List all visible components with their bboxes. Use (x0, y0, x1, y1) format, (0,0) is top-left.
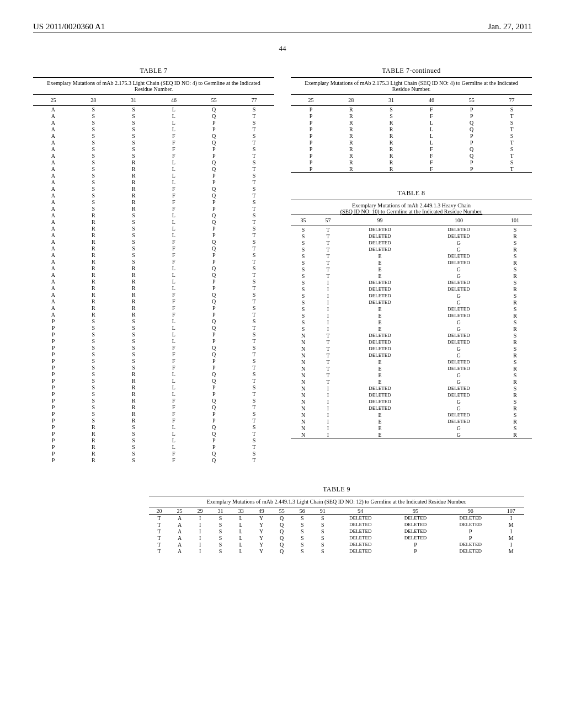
table-cell: S (73, 351, 114, 357)
table-row: NTDELETEDGS (291, 345, 532, 352)
table-row: PRRLQT (291, 126, 532, 132)
table-cell: F (153, 251, 194, 258)
table-cell: S (371, 106, 412, 113)
table-cell: DELETED (419, 358, 498, 365)
table-cell: DELETED (340, 299, 419, 306)
table-cell: P (33, 351, 73, 357)
column-header: 91 (312, 507, 333, 515)
table-row: TAISLYQSSDELETEDPDELETEDM (149, 548, 524, 554)
table-cell: R (114, 371, 154, 377)
table-row: PSSFQT (33, 351, 274, 357)
table-cell: T (149, 528, 169, 534)
patent-date: Jan. 27, 2011 (488, 22, 532, 31)
table-cell: G (419, 292, 498, 299)
table-cell: T (234, 258, 274, 265)
table-cell: S (234, 159, 274, 165)
table-cell: R (114, 192, 154, 199)
table-cell: S (292, 515, 312, 522)
table-cell: M (498, 548, 524, 554)
table-cell: S (114, 437, 154, 443)
table-cell: R (498, 418, 532, 425)
table-cell: Q (194, 106, 234, 113)
table-cell: T (234, 338, 274, 344)
table-cell: DELETED (419, 339, 498, 345)
table-cell: DELETED (419, 332, 498, 339)
table-cell: S (498, 425, 532, 431)
table-cell: DELETED (340, 246, 419, 253)
table-cell: I (498, 515, 524, 522)
table-row: NIDELETEDDELETEDS (291, 385, 532, 392)
table-cell: T (234, 139, 274, 146)
table-row: NTDELETEDDELETEDR (291, 339, 532, 345)
table-row: SIEGR (291, 325, 532, 332)
table-row: NTEGS (291, 372, 532, 378)
table-cell: S (114, 106, 154, 113)
table-cell: S (234, 371, 274, 377)
table-cell: L (153, 338, 194, 344)
table-row: STDELETEDDELETEDR (291, 233, 532, 239)
table-row: ARRLPT (33, 285, 274, 291)
table-cell: P (451, 113, 492, 119)
table-row: PSSFQS (33, 344, 274, 351)
table-7-data: 252831465577 ASSLQSASSLQTASSLPSASSLPTASS… (33, 95, 274, 463)
table-cell: F (153, 364, 194, 371)
table-cell: A (33, 172, 73, 179)
table-row: ASSLPS (33, 119, 274, 126)
table-cell: T (234, 271, 274, 278)
table-cell: M (498, 521, 524, 528)
table-cell: S (114, 430, 154, 437)
table-cell: P (194, 251, 234, 258)
table-cell: F (153, 146, 194, 152)
table-cell: R (73, 258, 114, 265)
table-cell: S (234, 344, 274, 351)
table-cell: DELETED (333, 521, 388, 528)
table-cell: P (451, 139, 492, 146)
table-cell: DELETED (340, 292, 419, 299)
table-cell: T (316, 253, 340, 259)
column-header: 20 (149, 507, 169, 515)
table-7-cont-title: TABLE 7-continued (291, 67, 532, 75)
table-cell: E (340, 306, 419, 312)
table-cell: A (33, 218, 73, 225)
table-cell: S (492, 159, 532, 165)
table-cell: R (371, 119, 412, 126)
table-cell: Q (194, 165, 234, 172)
table-row: ASRFPT (33, 205, 274, 212)
table-cell: F (153, 152, 194, 159)
table-cell: L (411, 139, 451, 146)
table-cell: L (153, 271, 194, 278)
column-header: 28 (331, 95, 371, 106)
table-cell: DELETED (340, 385, 419, 392)
table-cell: DELETED (419, 385, 498, 392)
table-row: ARRFQT (33, 298, 274, 304)
table-cell: E (340, 358, 419, 365)
table-cell: T (234, 298, 274, 304)
table-cell: P (388, 541, 443, 548)
table-row: PSSFPT (33, 364, 274, 371)
table-row: STEDELETEDR (291, 259, 532, 266)
column-header: 28 (73, 95, 114, 106)
table-7-cont-data: 252831465577 PRSFPSPRSFPTPRRLQSPRRLQTPRR… (291, 95, 532, 172)
table-cell: R (114, 377, 154, 384)
table-cell: F (153, 258, 194, 265)
table-row: ARSLQS (33, 212, 274, 218)
table-row: ARRFQS (33, 291, 274, 298)
table-row: NTDELETEDDELETEDS (291, 332, 532, 339)
table-cell: Q (194, 344, 234, 351)
table-cell: S (291, 226, 316, 233)
table-cell: R (73, 430, 114, 437)
table-cell: R (498, 392, 532, 398)
table-cell: A (33, 225, 73, 232)
table-cell: S (292, 528, 312, 534)
table-cell: R (498, 431, 532, 438)
table-cell: A (33, 251, 73, 258)
table-cell: DELETED (443, 548, 498, 554)
table-cell: R (114, 179, 154, 185)
table-cell: G (419, 325, 498, 332)
table-cell: A (33, 212, 73, 218)
table-cell: R (371, 139, 412, 146)
table-cell: S (498, 226, 532, 233)
table-row: PSRFPS (33, 410, 274, 417)
column-header: 55 (194, 95, 234, 106)
table-cell: DELETED (340, 405, 419, 411)
